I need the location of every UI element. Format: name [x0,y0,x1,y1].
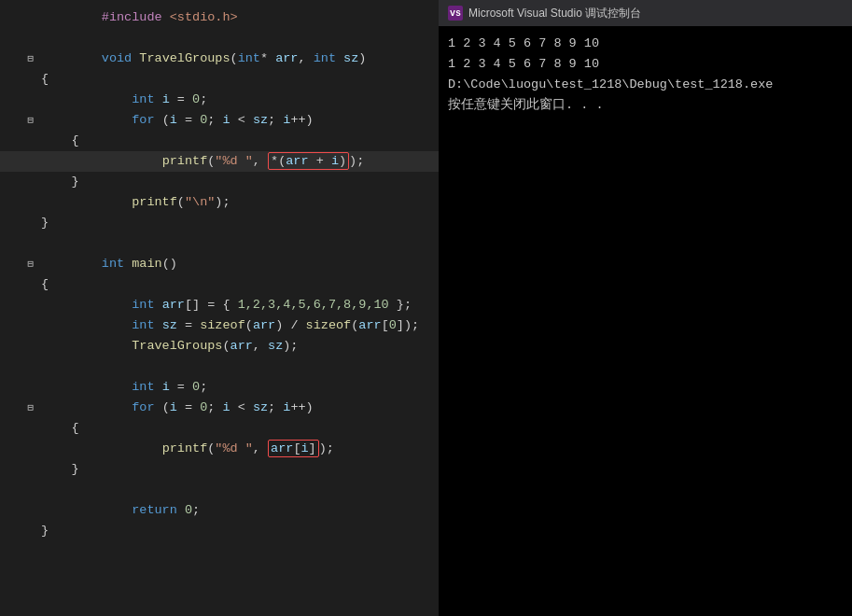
str-newline: "\n" [185,195,215,209]
vs-icon: vs [448,6,463,21]
console-line-1: 1 2 3 4 5 6 7 8 9 10 [448,34,843,54]
kw-return: return [132,503,177,517]
line-content-23: } [37,459,429,480]
fn-printf-1: printf [162,154,208,168]
console-title: Microsoft Visual Studio 调试控制台 [468,6,641,21]
gutter-20: ⊟ [0,398,37,418]
include-path: <stdio.h> [170,10,238,24]
code-line-11: } [0,213,439,233]
var-arr: arr [275,51,298,65]
fold-icon-20[interactable]: ⊟ [27,398,34,418]
code-line-3: ⊟ void TravelGroups(int* arr, int sz) [0,49,439,69]
code-line-1: #include <stdio.h> [0,7,439,28]
var-i9: i [283,400,290,414]
str-format-1: "%d " [215,154,253,168]
highlight-expr-1: *(arr + i) [268,152,349,170]
var-sz4: sz [268,339,283,353]
code-line-10: printf("\n"); [0,192,439,213]
var-arr2: arr [286,154,308,168]
var-i3: i [222,113,230,127]
var-sz5: sz [253,400,268,414]
console-titlebar: vs Microsoft Visual Studio 调试控制台 [439,0,852,26]
keyword-include: #include [102,10,162,24]
num-0f: 0 [185,503,192,517]
var-i2: i [170,113,177,127]
code-line-23: } [0,459,439,480]
fold-icon-6[interactable]: ⊟ [27,110,34,131]
var-arr7: arr [271,441,293,455]
var-i5: i [331,154,339,168]
code-line-25: return 0; [0,500,439,521]
fold-icon-3[interactable]: ⊟ [27,49,34,69]
code-line-22: printf("%d ", arr[i]); [0,439,439,459]
highlight-expr-2: arr[i] [268,440,319,457]
fn-travelgroups2: TravelGroups [132,339,222,353]
kw-for2: for [132,400,154,414]
line-content-26: } [37,521,429,541]
gutter-13: ⊟ [0,254,37,274]
var-i10: i [300,441,308,455]
var-i8: i [222,400,230,414]
code-line-20: ⊟ for (i = 0; i < sz; i++) [0,398,439,418]
kw-int: int [238,51,260,65]
gutter-6: ⊟ [0,110,37,131]
console-line-2: 1 2 3 4 5 6 7 8 9 10 [448,54,843,75]
code-lines: #include <stdio.h> ⊟ void TravelGroups(i… [0,0,439,549]
var-i4: i [283,113,290,127]
code-editor: #include <stdio.h> ⊟ void TravelGroups(i… [0,0,439,616]
line-content-11: } [37,213,429,233]
code-line-26: } [0,521,439,541]
kw-for: for [132,113,154,127]
fn-printf-2: printf [132,195,177,209]
num-0b: 0 [200,113,207,127]
fn-main: main [132,257,161,271]
code-line-6: ⊟ for (i = 0; i < sz; i++) [0,110,439,131]
var-sz2: sz [253,113,268,127]
kw-int-main: int [102,257,124,271]
var-i7: i [170,400,177,414]
console-line-3: D:\Code\luogu\test_1218\Debug\test_1218.… [448,75,843,95]
var-arr6: arr [230,339,253,353]
fn-travelgroups: TravelGroups [139,51,230,65]
console-body: 1 2 3 4 5 6 7 8 9 10 1 2 3 4 5 6 7 8 9 1… [439,26,852,123]
code-line-8: printf("%d ", *(arr + i)); [0,151,439,172]
kw-void: void [102,51,132,65]
code-line-13: ⊟ int main() [0,254,439,274]
console-line-4: 按任意键关闭此窗口. . . [448,95,843,116]
var-sz: sz [343,51,358,65]
gutter-3: ⊟ [0,49,37,69]
str-format-2: "%d " [215,441,253,455]
num-0e: 0 [200,400,207,414]
fold-icon-13[interactable]: ⊟ [27,254,34,274]
console-panel: vs Microsoft Visual Studio 调试控制台 1 2 3 4… [439,0,852,616]
fn-printf-3: printf [162,441,208,455]
kw-int2: int [314,51,336,65]
code-line-17: TravelGroups(arr, sz); [0,336,439,357]
vs-icon-text: vs [450,8,461,19]
